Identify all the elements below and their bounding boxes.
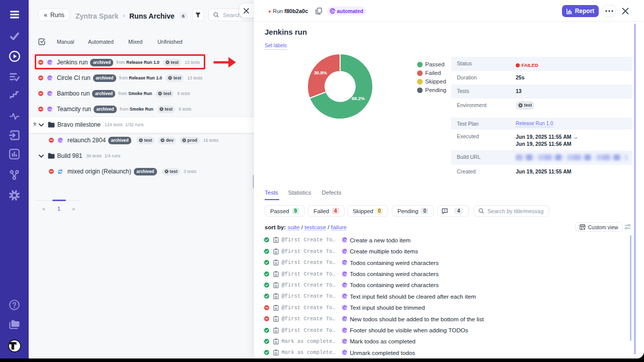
svg-text:69.2%: 69.2% (352, 96, 365, 101)
svg-text:30.8%: 30.8% (314, 70, 327, 75)
